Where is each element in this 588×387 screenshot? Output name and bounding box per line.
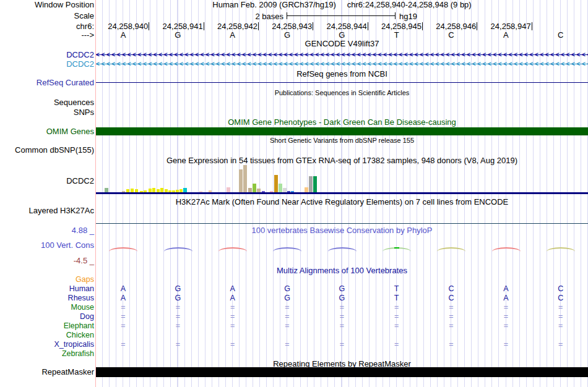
- gtex-tissue-bar[interactable]: [105, 188, 108, 192]
- scale-value: 2 bases: [238, 12, 283, 21]
- strand-chevrons-left: <<<<<<<<<<<<<<<<<<<<<<<<<<<<<<<<<<<<<<<<…: [96, 60, 588, 68]
- multiz-cell: C: [534, 284, 588, 294]
- track-title-refseq: RefSeq genes from NCBI: [96, 70, 588, 78]
- multiz-cell: =: [260, 321, 314, 331]
- track-label-snps[interactable]: SNPs: [0, 108, 94, 116]
- base-letter: A: [478, 31, 533, 39]
- phylop-arc-T[interactable]: [383, 247, 411, 253]
- multiz-species-label-human[interactable]: Human: [0, 284, 94, 294]
- scale-bar: [287, 12, 396, 19]
- phylop-arc-G[interactable]: [273, 247, 301, 253]
- gene-transcript-dcdc2[interactable]: <<<<<<<<<<<<<<<<<<<<<<<<<<<<<<<<<<<<<<<<…: [96, 51, 588, 59]
- track-label-common-dbsnp[interactable]: Common dbSNP(155): [0, 146, 94, 154]
- multiz-cell: =: [205, 321, 260, 331]
- track-title-phylop: 100 vertebrates Basewise Conservation by…: [96, 226, 588, 234]
- refseq-track-line[interactable]: [96, 82, 588, 83]
- multiz-cell: =: [260, 312, 314, 321]
- multiz-cell: T: [370, 284, 424, 294]
- multiz-cell: =: [205, 340, 260, 349]
- track-label-omim-genes[interactable]: OMIM Genes: [0, 127, 94, 135]
- scale-assembly: hg19: [399, 12, 417, 21]
- phylop-arc-C[interactable]: [437, 247, 465, 253]
- gtex-tissue-bar[interactable]: [227, 187, 230, 192]
- multiz-cell: G: [260, 294, 314, 303]
- track-label-sequences[interactable]: Sequences: [0, 98, 94, 106]
- gtex-tissue-bar[interactable]: [279, 184, 282, 192]
- multiz-species-label-x_tropicalis[interactable]: X_tropicalis: [0, 340, 94, 349]
- gtex-tissue-bar[interactable]: [309, 176, 313, 192]
- gene-label-dcdc2-2[interactable]: DCDC2: [0, 60, 94, 68]
- gtex-tissue-bar[interactable]: [152, 188, 155, 192]
- multiz-species-label-dog[interactable]: Dog: [0, 312, 94, 321]
- repeatmasker-bar[interactable]: [96, 367, 588, 377]
- multiz-cell: =: [150, 303, 205, 312]
- gtex-tissue-bar[interactable]: [183, 188, 187, 192]
- track-title-gencode: GENCODE V49lift37: [96, 40, 588, 48]
- window-position-label: Window Position: [0, 1, 94, 9]
- multiz-cell: =: [150, 340, 205, 349]
- base-letter: T: [370, 31, 424, 39]
- multiz-species-label-zebrafish[interactable]: Zebrafish: [0, 349, 94, 359]
- strand-chevrons-left: <<<<<<<<<<<<<<<<<<<<<<<<<<<<<<<<<<<<<<<<…: [96, 51, 588, 59]
- multiz-species-label-chicken[interactable]: Chicken: [0, 331, 94, 340]
- gtex-tissue-bar[interactable]: [248, 188, 252, 192]
- track-label-gtex-gene[interactable]: DCDC2: [0, 177, 94, 185]
- position-title-row: Human Feb. 2009 (GRCh37/hg19) chr6:24,25…: [96, 1, 588, 9]
- track-title-multiz: Multiz Alignments of 100 Vertebrates: [96, 266, 588, 274]
- multiz-cell: =: [96, 340, 150, 349]
- assembly-title: Human Feb. 2009 (GRCh37/hg19): [212, 1, 335, 9]
- multiz-cell: G: [150, 294, 205, 303]
- phylop-arc-G[interactable]: [164, 247, 192, 253]
- multiz-cell: T: [370, 294, 424, 303]
- multiz-cell: =: [150, 321, 205, 331]
- multiz-species-label-gaps[interactable]: Gaps: [0, 275, 94, 284]
- phylop-arc-A[interactable]: [492, 247, 521, 253]
- multiz-cell: =: [150, 312, 205, 321]
- base-letter: G: [260, 31, 314, 39]
- base-letter: G: [150, 31, 205, 39]
- gtex-tissue-bar[interactable]: [243, 165, 247, 192]
- track-label-vert-cons[interactable]: 100 Vert. Cons: [0, 241, 94, 249]
- multiz-cell: =: [96, 312, 150, 321]
- multiz-cell: C: [424, 294, 478, 303]
- multiz-cell: =: [370, 303, 424, 312]
- phylop-arc-C[interactable]: [547, 247, 575, 253]
- track-label-refseq-curated[interactable]: RefSeq Curated: [0, 79, 94, 87]
- multiz-cell: C: [424, 284, 478, 294]
- phylop-arc-A[interactable]: [109, 247, 137, 253]
- multiz-cell: =: [478, 340, 533, 349]
- phylop-arc-G[interactable]: [328, 247, 357, 253]
- multiz-species-label-mouse[interactable]: Mouse: [0, 303, 94, 312]
- multiz-cell: =: [314, 312, 369, 321]
- gtex-tissue-bar[interactable]: [239, 169, 243, 192]
- gtex-tissue-bar[interactable]: [305, 187, 308, 192]
- gene-transcript-dcdc2[interactable]: <<<<<<<<<<<<<<<<<<<<<<<<<<<<<<<<<<<<<<<<…: [96, 60, 588, 68]
- multiz-cell: G: [260, 284, 314, 294]
- omim-gene-bar[interactable]: [96, 127, 588, 135]
- multiz-cell: =: [478, 312, 533, 321]
- gtex-tissue-bar[interactable]: [283, 188, 287, 192]
- gtex-tissue-bar[interactable]: [313, 176, 317, 192]
- multiz-cell: =: [478, 321, 533, 331]
- track-label-h3k27ac[interactable]: Layered H3K27Ac: [0, 206, 94, 215]
- multiz-cell: =: [424, 340, 478, 349]
- phylop-max-tick: 4.88 _: [0, 226, 94, 234]
- multiz-cell: =: [314, 340, 369, 349]
- gtex-tissue-bar[interactable]: [253, 184, 256, 192]
- multiz-cell: =: [260, 303, 314, 312]
- gtex-tissue-bar[interactable]: [160, 188, 163, 192]
- multiz-species-label-elephant[interactable]: Elephant: [0, 321, 94, 331]
- phylop-arc-A[interactable]: [218, 247, 247, 253]
- genome-browser-image: Window Position Human Feb. 2009 (GRCh37/…: [0, 0, 588, 387]
- gtex-tissue-bar[interactable]: [274, 175, 278, 192]
- track-title-dbsnp: Short Genetic Variants from dbSNP releas…: [96, 137, 588, 144]
- multiz-cell: A: [96, 284, 150, 294]
- multiz-cell: G: [314, 294, 369, 303]
- multiz-cell: =: [260, 340, 314, 349]
- multiz-species-label-rhesus[interactable]: Rhesus: [0, 294, 94, 303]
- scale-label: Scale: [0, 12, 94, 20]
- track-title-gtex: Gene Expression in 54 tissues from GTEx …: [96, 156, 588, 164]
- gene-label-dcdc2-1[interactable]: DCDC2: [0, 51, 94, 59]
- track-label-repeatmasker[interactable]: RepeatMasker: [0, 368, 94, 376]
- coordinate-label: 24,258,947: [459, 22, 532, 30]
